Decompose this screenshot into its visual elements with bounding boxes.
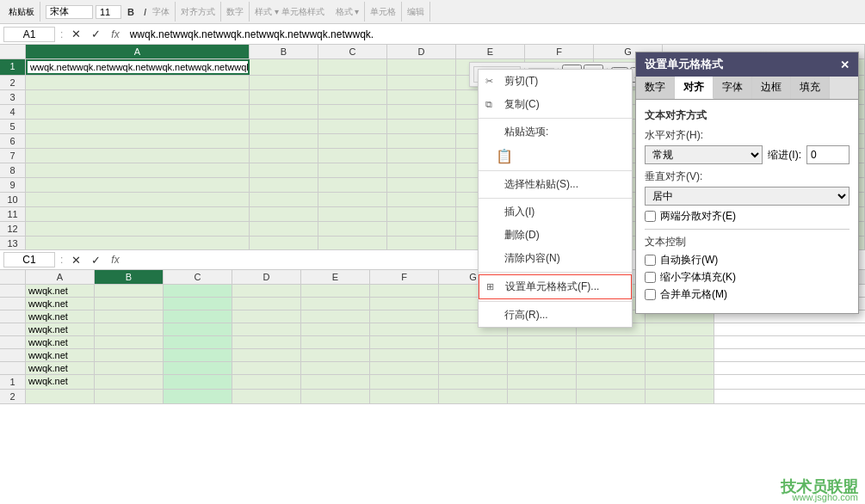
menu-paste-options[interactable]: 粘贴选项: — [479, 120, 632, 144]
bottom-cell-H5[interactable] — [508, 349, 577, 361]
bottom-cell-J8[interactable] — [646, 390, 714, 403]
bottom-cell-A1[interactable]: wwqk.net — [26, 298, 95, 310]
cell-B4[interactable] — [250, 105, 318, 119]
cell-ref-input-top[interactable] — [3, 27, 55, 42]
bottom-cell-H8[interactable] — [508, 390, 577, 403]
bottom-cell-B4[interactable] — [95, 336, 164, 348]
font-name-input[interactable] — [46, 5, 93, 19]
bottom-cell-A3[interactable]: wwqk.net — [26, 323, 95, 335]
cell-A2[interactable] — [26, 76, 250, 89]
indent-input[interactable] — [806, 145, 850, 164]
bottom-cell-D1[interactable] — [232, 298, 301, 310]
font-size-input[interactable] — [96, 5, 121, 19]
col-header-B[interactable]: B — [250, 45, 318, 58]
v-align-select[interactable]: 居中 — [645, 187, 850, 206]
cell-C3[interactable] — [318, 90, 387, 104]
merge-checkbox[interactable] — [645, 289, 656, 300]
bottom-cell-C1[interactable] — [164, 298, 232, 310]
menu-row-height[interactable]: 行高(R)... — [479, 304, 632, 327]
menu-delete[interactable]: 删除(D) — [479, 224, 632, 247]
bottom-cell-H6[interactable] — [508, 362, 577, 374]
shrink-checkbox[interactable] — [645, 272, 656, 283]
bottom-cell-D5[interactable] — [232, 349, 301, 361]
cell-D2[interactable] — [387, 76, 456, 89]
bottom-col-header-E[interactable]: E — [301, 270, 370, 284]
h-align-select[interactable]: 常规 — [645, 145, 763, 164]
menu-format-cells[interactable]: ⊞ 设置单元格格式(F)... — [479, 274, 632, 299]
bottom-cell-B0[interactable] — [95, 285, 164, 297]
cell-B13[interactable] — [250, 237, 318, 250]
bottom-cell-G8[interactable] — [439, 390, 508, 403]
bold-button[interactable]: B — [124, 5, 138, 19]
cell-C7[interactable] — [318, 149, 387, 163]
bottom-col-header-C[interactable]: C — [164, 270, 232, 284]
bottom-cell-G6[interactable] — [439, 362, 508, 374]
bottom-cell-D3[interactable] — [232, 323, 301, 335]
bottom-cell-G5[interactable] — [439, 349, 508, 361]
bottom-cell-E8[interactable] — [301, 390, 370, 403]
cell-D13[interactable] — [387, 237, 456, 250]
confirm-formula-btn[interactable]: ✓ — [88, 26, 104, 42]
cell-A10[interactable] — [26, 193, 250, 206]
bottom-col-header-D[interactable]: D — [232, 270, 301, 284]
bottom-cell-E5[interactable] — [301, 349, 370, 361]
bottom-cell-B3[interactable] — [95, 323, 164, 335]
bottom-cell-B6[interactable] — [95, 362, 164, 374]
bottom-cell-F1[interactable] — [370, 298, 439, 310]
bottom-col-header-A[interactable]: A — [26, 270, 95, 284]
bottom-cell-J3[interactable] — [646, 323, 714, 335]
cell-A6[interactable] — [26, 134, 250, 148]
bottom-cell-E3[interactable] — [301, 323, 370, 335]
cell-D6[interactable] — [387, 134, 456, 148]
bottom-cell-D6[interactable] — [232, 362, 301, 374]
cell-A8[interactable] — [26, 163, 250, 177]
bottom-cell-F3[interactable] — [370, 323, 439, 335]
bottom-cell-C4[interactable] — [164, 336, 232, 348]
bottom-cell-G7[interactable] — [439, 375, 508, 389]
menu-copy[interactable]: ⧉ 复制(C) — [479, 93, 632, 116]
bottom-cell-J6[interactable] — [646, 362, 714, 374]
cell-C6[interactable] — [318, 134, 387, 148]
cell-C12[interactable] — [318, 222, 387, 236]
bottom-cell-E2[interactable] — [301, 310, 370, 323]
tab-fill[interactable]: 填充 — [791, 77, 830, 99]
cell-B7[interactable] — [250, 149, 318, 163]
cell-A5[interactable] — [26, 120, 250, 133]
bottom-cell-A6[interactable]: wwqk.net — [26, 362, 95, 374]
cell-A12[interactable] — [26, 222, 250, 236]
cell-C1[interactable] — [318, 59, 387, 75]
bottom-cell-C0[interactable] — [164, 285, 232, 297]
bottom-cell-C3[interactable] — [164, 323, 232, 335]
col-header-C[interactable]: C — [318, 45, 387, 58]
cell-A1[interactable]: wwqk.netwwqk.netwwqk.netwwqk.netwwqk.net… — [26, 59, 250, 75]
cell-A11[interactable] — [26, 207, 250, 221]
bottom-cell-F7[interactable] — [370, 375, 439, 389]
cell-D5[interactable] — [387, 120, 456, 133]
bottom-cell-F5[interactable] — [370, 349, 439, 361]
bottom-cell-F4[interactable] — [370, 336, 439, 348]
cell-D9[interactable] — [387, 178, 456, 192]
menu-clear[interactable]: 清除内容(N) — [479, 247, 632, 270]
tab-border[interactable]: 边框 — [752, 77, 791, 99]
bottom-cell-D4[interactable] — [232, 336, 301, 348]
cell-C4[interactable] — [318, 105, 387, 119]
tab-align[interactable]: 对齐 — [675, 77, 714, 99]
bottom-cell-B8[interactable] — [95, 390, 164, 403]
cell-D4[interactable] — [387, 105, 456, 119]
cancel-formula-btn-bottom[interactable]: ✕ — [68, 252, 84, 268]
bottom-cell-E6[interactable] — [301, 362, 370, 374]
bottom-cell-D2[interactable] — [232, 310, 301, 323]
bottom-cell-C8[interactable] — [164, 390, 232, 403]
bottom-cell-F2[interactable] — [370, 310, 439, 323]
cell-B1[interactable] — [250, 59, 318, 75]
cell-C13[interactable] — [318, 237, 387, 250]
confirm-formula-btn-bottom[interactable]: ✓ — [88, 252, 104, 268]
distributed-checkbox[interactable] — [645, 211, 656, 222]
cell-B11[interactable] — [250, 207, 318, 221]
cell-C5[interactable] — [318, 120, 387, 133]
bottom-col-header-F[interactable]: F — [370, 270, 439, 284]
bottom-cell-B2[interactable] — [95, 310, 164, 323]
cell-B10[interactable] — [250, 193, 318, 206]
bottom-cell-G4[interactable] — [439, 336, 508, 348]
bottom-cell-H4[interactable] — [508, 336, 577, 348]
